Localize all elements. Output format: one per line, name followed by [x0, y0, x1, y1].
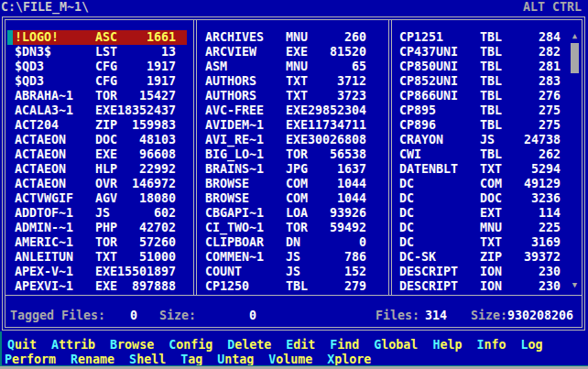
file-name: ANLEITUN [15, 250, 73, 265]
menu-item-quit[interactable]: Quit [7, 338, 37, 353]
scrollbar-thumb[interactable] [571, 43, 579, 73]
file-row[interactable]: BIG_LO~1TOR56538 [198, 147, 377, 162]
file-ext: TOR [286, 147, 308, 162]
file-name: ABRAHA~1 [15, 89, 73, 103]
file-row[interactable]: CP895TBL275 [392, 103, 572, 118]
menu-hotkey: R [71, 353, 78, 366]
file-name: CBGAPI~1 [205, 206, 264, 221]
file-name: ACT204 [15, 118, 59, 133]
file-row[interactable]: CRAYONJS24738 [392, 133, 572, 147]
file-row[interactable]: ACALA3~1EXE18352437 [7, 103, 187, 118]
file-row[interactable]: DCCOM49129 [392, 177, 572, 191]
file-ext: CFG [95, 60, 117, 74]
file-ext: ZIP [480, 250, 502, 265]
file-name: CLIPBOAR [205, 235, 264, 250]
menu-label-rest: og [528, 338, 542, 352]
dos-file-manager-screen: C:\FILE_M~1\ ALT CTRL !LOGO!ASC1661$DN3$… [0, 0, 588, 369]
file-row[interactable]: $QD3CFG1917 [7, 74, 187, 89]
menu-label-rest: rowse [117, 338, 154, 352]
file-row[interactable]: CBGAPI~1LOA93926 [198, 206, 377, 221]
file-row[interactable]: ARCHIVESMNU260 [198, 30, 377, 45]
menu-label-rest: elp [440, 338, 462, 352]
file-row[interactable]: DESCRIPTION230 [392, 279, 572, 294]
file-row[interactable]: DATENBLTTXT5294 [392, 162, 572, 177]
file-row[interactable]: AVIDEM~1EXE11734711 [198, 118, 377, 133]
menu-item-attrib[interactable]: Attrib [51, 338, 95, 353]
menu-label-rest: elete [234, 338, 271, 352]
menu-item-config[interactable]: Config [169, 338, 212, 353]
file-row[interactable]: CP1251TBL284 [392, 30, 572, 45]
file-row[interactable]: AMERIC~1TOR57260 [7, 235, 187, 250]
menu-label-rest: erform [12, 353, 56, 366]
file-size: 48103 [139, 133, 176, 147]
file-row[interactable]: ARCVIEWEXE81520 [198, 45, 377, 60]
menu-hotkey: P [5, 353, 12, 366]
file-row[interactable]: AUTHORSTXT3723 [198, 89, 377, 103]
file-row[interactable]: APEX-V~1EXE15501897 [7, 265, 187, 279]
file-row[interactable]: AUTHORSTXT3712 [198, 74, 377, 89]
file-size: 283 [539, 74, 561, 89]
scroll-up-icon[interactable]: ▲ [569, 30, 581, 42]
file-name: DESCRIPT [399, 279, 458, 294]
file-row[interactable]: ACTVWGIFAGV18080 [7, 191, 187, 206]
file-row[interactable]: $QD3CFG1917 [7, 60, 187, 74]
file-row[interactable]: ADDTOF~1JS602 [7, 206, 187, 221]
file-row-selected[interactable]: !LOGO!ASC1661 [7, 30, 187, 45]
file-row[interactable]: ABRAHA~1TOR15427 [7, 89, 187, 103]
file-ext: EXE [95, 265, 117, 279]
file-row[interactable]: DESCRIPTION230 [392, 265, 572, 279]
file-row[interactable]: BROWSECOM1044 [198, 177, 377, 191]
file-name: $QD3 [15, 60, 44, 74]
file-row[interactable]: COUNTJS152 [198, 265, 377, 279]
file-row[interactable]: ACTAEONDOC48103 [7, 133, 187, 147]
file-row[interactable]: $DN3$LST13 [7, 45, 187, 60]
file-size: 29852304 [308, 103, 366, 118]
menu-item-info[interactable]: Info [476, 338, 506, 353]
file-row[interactable]: ACTAEONHLP22992 [7, 162, 187, 177]
menu-item-find[interactable]: Find [330, 338, 359, 353]
menu-item-log[interactable]: Log [520, 338, 542, 353]
file-size: 3712 [337, 74, 366, 89]
file-row[interactable]: CP866UNITBL276 [392, 89, 572, 103]
file-row[interactable]: DC-SKZIP39372 [392, 250, 572, 265]
file-row[interactable]: CP1250TBL279 [198, 279, 377, 294]
file-ext: TBL [480, 60, 502, 74]
file-row[interactable]: ASMMNU65 [198, 60, 377, 74]
file-row[interactable]: APEXVI~1EXE897888 [7, 279, 187, 294]
file-row[interactable]: ACT204ZIP159983 [7, 118, 187, 133]
file-row[interactable]: CP437UNITBL282 [392, 45, 572, 60]
file-row[interactable]: ACTAEONOVR146972 [7, 177, 187, 191]
file-row[interactable]: CP850UNITBL281 [392, 60, 572, 74]
file-ext: LOA [286, 206, 308, 221]
menu-item-help[interactable]: Help [432, 338, 462, 353]
file-row[interactable]: DCTXT3169 [392, 235, 572, 250]
file-size: 3723 [337, 89, 366, 103]
menu-item-browse[interactable]: Browse [110, 338, 154, 353]
file-size: 159983 [132, 118, 176, 133]
file-size: 275 [539, 118, 561, 133]
menu-item-delete[interactable]: Delete [227, 338, 271, 353]
file-row[interactable]: AVI_RE~1EXE30026808 [198, 133, 377, 147]
file-row[interactable]: ANLEITUNTXT51000 [7, 250, 187, 265]
file-row[interactable]: CP896TBL275 [392, 118, 572, 133]
file-name: ACTAEON [15, 177, 66, 191]
total-size-label: Size: [471, 309, 507, 323]
file-row[interactable]: CI_TWO~1TOR59492 [198, 221, 377, 235]
file-name: CP895 [399, 103, 436, 118]
file-row[interactable]: COMMEN~1JS786 [198, 250, 377, 265]
scrollbar-track[interactable] [571, 75, 579, 278]
file-row[interactable]: CLIPBOARDN0 [198, 235, 377, 250]
file-row[interactable]: CP852UNITBL283 [392, 74, 572, 89]
file-row[interactable]: BROWSECOM1044 [198, 191, 377, 206]
file-row[interactable]: DCEXT114 [392, 206, 572, 221]
scroll-down-icon[interactable]: ▼ [569, 279, 581, 291]
menu-item-edit[interactable]: Edit [286, 338, 315, 353]
file-row[interactable]: ADMIN-~1PHP42702 [7, 221, 187, 235]
file-row[interactable]: DCMNU225 [392, 221, 572, 235]
file-row[interactable]: CWITBL262 [392, 147, 572, 162]
file-row[interactable]: AVC-FREEEXE29852304 [198, 103, 377, 118]
file-row[interactable]: ACTAEONEXE96608 [7, 147, 187, 162]
menu-item-global[interactable]: Global [374, 338, 418, 353]
file-row[interactable]: BRAINS~1JPG1637 [198, 162, 377, 177]
file-row[interactable]: DCDOC3236 [392, 191, 572, 206]
